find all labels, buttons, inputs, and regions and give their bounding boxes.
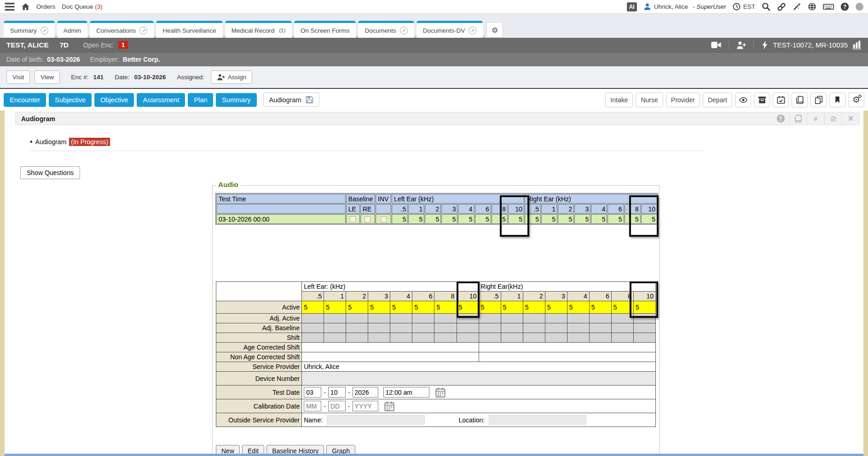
calibration-day-input[interactable]	[328, 401, 346, 411]
provider-button[interactable]: Provider	[666, 93, 700, 107]
test-date-month-input[interactable]	[304, 387, 321, 398]
popout-icon[interactable]: ↗	[400, 27, 408, 35]
calibration-month-input[interactable]	[304, 401, 321, 411]
left-value[interactable]: 5	[441, 214, 457, 224]
calibration-calendar-button[interactable]	[384, 401, 394, 411]
test-date-calendar-button[interactable]	[435, 387, 446, 398]
tab-conversations[interactable]: Conversations ↗	[90, 21, 154, 38]
right-value[interactable]: 5	[574, 214, 590, 224]
lightning-icon[interactable]	[761, 41, 768, 49]
active-left-cell[interactable]: 5	[302, 301, 324, 314]
active-left-cell[interactable]: 5	[346, 301, 368, 314]
user-menu[interactable]: Uhrick, Alice - SuperUser	[643, 3, 726, 11]
tab-documents[interactable]: Documents ↗	[358, 21, 414, 38]
active-left-cell[interactable]: 5	[324, 301, 346, 314]
active-left-cell[interactable]: 5	[390, 301, 412, 314]
left-value[interactable]: 5	[458, 214, 474, 224]
nurse-button[interactable]: Nurse	[636, 93, 663, 107]
keyboard-icon[interactable]	[823, 2, 834, 11]
help-icon[interactable]: ?	[840, 2, 849, 11]
popout-icon[interactable]: ↗	[469, 27, 476, 35]
bottom-scroll-edge[interactable]	[5, 454, 863, 456]
right-value[interactable]: 5	[558, 214, 574, 224]
bookmark-button[interactable]	[829, 93, 845, 107]
outside-location-input[interactable]	[489, 415, 586, 425]
active-right-cell[interactable]: 5	[523, 301, 545, 314]
popout-icon[interactable]: ↗	[139, 27, 147, 35]
calibration-year-input[interactable]	[353, 401, 378, 411]
nav-encounter-button[interactable]: Encounter	[4, 93, 46, 107]
tab-documents-dv[interactable]: Documents-DV ↗	[417, 21, 483, 38]
nav-assessment-button[interactable]: Assessment	[137, 93, 185, 107]
settings-button[interactable]: ⚙ ⚙	[848, 93, 864, 107]
nav-objective-button[interactable]: Objective	[94, 93, 134, 107]
tab-health-surveillance[interactable]: Health Surveillance	[156, 21, 222, 38]
active-right-cell[interactable]: 5	[545, 301, 567, 314]
summary-data-row[interactable]: 03-10-2026 00:00 5 5 5 5 5 5 5 5 5 5 5 5…	[216, 214, 657, 224]
popout-icon[interactable]: ↗	[41, 27, 48, 35]
video-call-icon[interactable]	[711, 41, 721, 49]
baseline-re-checkbox[interactable]	[365, 216, 370, 222]
menu-orders[interactable]: Orders	[36, 3, 55, 10]
open-enc-badge[interactable]: 1	[118, 41, 128, 49]
wand-icon[interactable]	[793, 2, 801, 11]
test-date-year-input[interactable]	[353, 387, 378, 398]
right-value[interactable]: 5	[608, 214, 624, 224]
link-icon[interactable]	[777, 2, 786, 12]
assign-button[interactable]: Assign	[211, 70, 253, 84]
chart-book-button[interactable]	[792, 93, 808, 107]
menu-doc-queue[interactable]: Doc Queue (3)	[62, 3, 103, 10]
intake-button[interactable]: Intake	[605, 93, 633, 107]
active-left-cell[interactable]: 5	[368, 301, 390, 314]
nav-plan-button[interactable]: Plan	[188, 93, 213, 107]
add-user-icon[interactable]	[736, 41, 746, 49]
nav-summary-button[interactable]: Summary	[216, 93, 256, 107]
audiogram-doc-tab[interactable]: Audiogram	[263, 93, 319, 107]
tab-settings-gear-icon[interactable]: ⚙	[486, 22, 503, 38]
right-value[interactable]: 5	[591, 214, 607, 224]
section-disable-button[interactable]: ⊘	[824, 112, 842, 125]
copy-forward-button[interactable]	[810, 93, 827, 107]
save-icon[interactable]	[306, 96, 313, 104]
baseline-le-checkbox[interactable]	[350, 216, 356, 222]
right-value[interactable]: 5	[541, 214, 557, 224]
active-right-cell[interactable]: 5	[567, 301, 589, 314]
section-collapse-button[interactable]: »	[807, 112, 824, 125]
left-value[interactable]: 5	[408, 214, 424, 224]
visit-button[interactable]: Visit	[6, 70, 30, 84]
depart-button[interactable]: Depart	[703, 93, 732, 107]
test-date-day-input[interactable]	[328, 387, 346, 398]
tab-admin[interactable]: Admin	[57, 21, 87, 38]
inv-checkbox[interactable]	[381, 216, 387, 222]
view-button[interactable]: View	[35, 70, 60, 84]
archive-button[interactable]	[754, 93, 770, 107]
tab-on-screen-forms[interactable]: On Screen Forms	[294, 21, 356, 38]
tab-medical-record[interactable]: Medical Record (1)	[225, 21, 292, 38]
chart-icon[interactable]	[852, 41, 862, 49]
active-right-cell[interactable]: 5	[479, 301, 501, 314]
search-icon[interactable]	[762, 2, 770, 11]
active-right-cell[interactable]: 5	[501, 301, 523, 314]
tab-summary[interactable]: Summary ↗	[4, 21, 55, 38]
test-time-input[interactable]	[383, 387, 429, 398]
active-left-cell[interactable]: 5	[412, 301, 434, 314]
section-help-button[interactable]: ?	[772, 112, 789, 125]
preview-eye-button[interactable]	[735, 93, 751, 107]
left-value[interactable]: 5	[475, 214, 491, 224]
outside-name-input[interactable]	[327, 415, 425, 425]
section-close-button[interactable]: ×	[842, 112, 859, 125]
test-time-cell[interactable]: 03-10-2026 00:00	[216, 214, 346, 224]
audiogram-link[interactable]: Audiogram	[35, 138, 67, 146]
schedule-button[interactable]	[773, 93, 789, 107]
hamburger-menu-icon[interactable]	[5, 3, 15, 11]
active-right-cell[interactable]: 5	[589, 301, 611, 314]
device-number-field[interactable]	[302, 372, 656, 386]
show-questions-button[interactable]: Show Questions	[20, 166, 80, 179]
left-value[interactable]: 5	[392, 214, 408, 224]
left-value[interactable]: 5	[425, 214, 441, 224]
active-left-cell[interactable]: 5	[434, 301, 457, 314]
globe-icon[interactable]	[808, 2, 816, 11]
nav-subjective-button[interactable]: Subjective	[49, 93, 92, 107]
section-book-button[interactable]	[789, 112, 807, 125]
home-icon[interactable]	[21, 3, 30, 11]
